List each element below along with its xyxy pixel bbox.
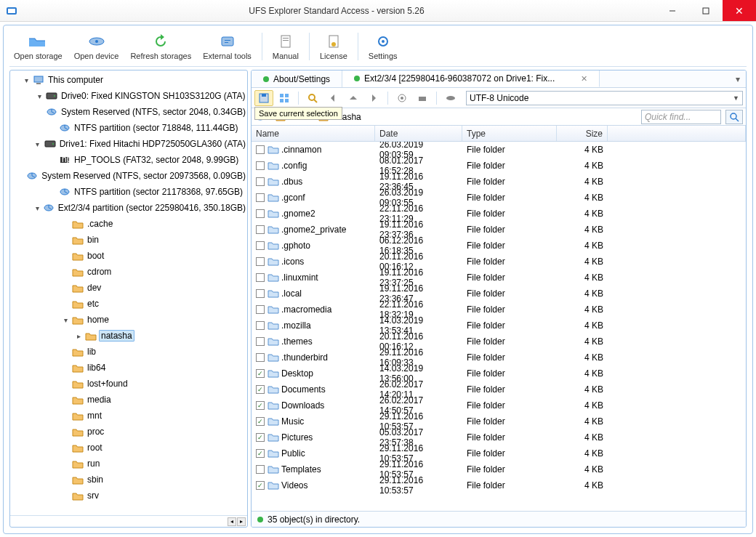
- refresh-storages-button[interactable]: Refresh storages: [126, 31, 196, 62]
- minimize-button[interactable]: [656, 0, 689, 21]
- settings-button[interactable]: Settings: [364, 31, 402, 62]
- row-checkbox[interactable]: [256, 305, 265, 314]
- tab-close-button[interactable]: ✕: [581, 74, 587, 84]
- row-checkbox[interactable]: [256, 369, 265, 378]
- tree-item[interactable]: System Reserved (NTFS, sector 2048, 0.34…: [10, 104, 247, 120]
- row-checkbox[interactable]: [256, 385, 265, 394]
- row-checkbox[interactable]: [256, 161, 265, 170]
- tabs-menu-button[interactable]: ▾: [730, 74, 746, 84]
- save-selection-button[interactable]: [254, 90, 273, 106]
- table-row[interactable]: Templates29.11.2016 10:53:57File folder4…: [252, 461, 746, 477]
- col-type[interactable]: Type: [462, 126, 557, 141]
- tree-item[interactable]: lost+found: [10, 376, 247, 392]
- table-row[interactable]: Public29.11.2016 10:53:57File folder4 KB: [252, 445, 746, 461]
- open-storage-button[interactable]: Open storage: [9, 31, 67, 62]
- tree-item[interactable]: ▾home: [10, 312, 247, 328]
- tree-item[interactable]: NTFS partition (sector 718848, 111.44GB): [10, 120, 247, 136]
- tool-button-1[interactable]: [393, 90, 411, 106]
- table-row[interactable]: .dbus19.11.2016 23:36:45File folder4 KB: [252, 174, 746, 190]
- tool-button-3[interactable]: [441, 90, 460, 106]
- row-checkbox[interactable]: [256, 289, 265, 298]
- table-row[interactable]: .themes20.11.2016 00:16:12File folder4 K…: [252, 334, 746, 350]
- tree-item[interactable]: root: [10, 440, 247, 456]
- grid-header[interactable]: Name Date Type Size: [252, 126, 746, 142]
- col-name[interactable]: Name: [252, 126, 375, 141]
- table-row[interactable]: Music29.11.2016 10:53:57File folder4 KB: [252, 413, 746, 429]
- table-row[interactable]: Downloads26.02.2017 14:50:57File folder4…: [252, 397, 746, 413]
- tree-hscroll[interactable]: ◂▸: [10, 515, 247, 527]
- tree-toggle[interactable]: ▾: [61, 316, 70, 324]
- row-checkbox[interactable]: [256, 321, 265, 330]
- row-checkbox[interactable]: [256, 177, 265, 186]
- external-tools-button[interactable]: External tools: [198, 31, 256, 62]
- tree-item[interactable]: cdrom: [10, 264, 247, 280]
- manual-button[interactable]: Manual: [268, 31, 303, 62]
- table-row[interactable]: .gnome222.11.2016 23:11:29File folder4 K…: [252, 206, 746, 222]
- tree-toggle[interactable]: ▾: [35, 204, 41, 212]
- tree-item[interactable]: ▾This computer: [10, 72, 247, 88]
- tree-toggle[interactable]: ▸: [74, 332, 83, 340]
- tree-item[interactable]: lib: [10, 344, 247, 360]
- tab-ext-partition[interactable]: Ext2/3/4 [225980416-960387072 on Drive1:…: [342, 70, 600, 87]
- nav-forward-button[interactable]: [364, 90, 383, 106]
- storage-tree[interactable]: ▾This computer▾Drive0: Fixed KINGSTON SH…: [10, 70, 247, 515]
- tree-item[interactable]: dev: [10, 280, 247, 296]
- tree-item[interactable]: ▾Drive1: Fixed Hitachi HDP725050GLA360 (…: [10, 136, 247, 152]
- tree-item[interactable]: boot: [10, 248, 247, 264]
- row-checkbox[interactable]: [256, 353, 265, 362]
- table-row[interactable]: .config08.01.2017 16:52:28File folder4 K…: [252, 158, 746, 174]
- quick-find-input[interactable]: Quick find...: [641, 110, 721, 124]
- table-row[interactable]: .macromedia22.11.2016 18:32:19File folde…: [252, 302, 746, 318]
- table-row[interactable]: .local19.11.2016 23:36:47File folder4 KB: [252, 286, 746, 302]
- tree-item[interactable]: mnt: [10, 408, 247, 424]
- row-checkbox[interactable]: [256, 401, 265, 410]
- tree-item[interactable]: etc: [10, 296, 247, 312]
- tree-item[interactable]: run: [10, 456, 247, 472]
- search-button[interactable]: [725, 110, 743, 124]
- row-checkbox[interactable]: [256, 209, 265, 218]
- row-checkbox[interactable]: [256, 449, 265, 458]
- toggle-view-button[interactable]: [275, 90, 294, 106]
- row-checkbox[interactable]: [256, 433, 265, 442]
- table-row[interactable]: .gconf26.03.2019 09:03:55File folder4 KB: [252, 190, 746, 206]
- tool-button-2[interactable]: [413, 90, 432, 106]
- tree-item[interactable]: .cache: [10, 216, 247, 232]
- table-row[interactable]: .gnome2_private19.11.2016 23:37:36File f…: [252, 222, 746, 238]
- table-row[interactable]: .icons20.11.2016 00:16:12File folder4 KB: [252, 254, 746, 270]
- col-date[interactable]: Date: [375, 126, 462, 141]
- table-row[interactable]: Pictures05.03.2017 23:57:38File folder4 …: [252, 429, 746, 445]
- table-row[interactable]: Documents26.02.2017 14:20:11File folder4…: [252, 381, 746, 397]
- row-checkbox[interactable]: [256, 273, 265, 282]
- table-row[interactable]: .linuxmint19.11.2016 23:37:25File folder…: [252, 270, 746, 286]
- license-button[interactable]: License: [315, 31, 352, 62]
- row-checkbox[interactable]: [256, 225, 265, 234]
- tree-item[interactable]: ▸natasha: [10, 328, 247, 344]
- row-checkbox[interactable]: [256, 417, 265, 426]
- row-checkbox[interactable]: [256, 481, 265, 490]
- tree-item[interactable]: srv: [10, 488, 247, 504]
- tree-toggle[interactable]: ▾: [35, 92, 44, 100]
- maximize-button[interactable]: [689, 0, 723, 21]
- open-device-button[interactable]: Open device: [70, 31, 124, 62]
- tree-item[interactable]: System Reserved (NTFS, sector 20973568, …: [10, 168, 247, 184]
- tree-item[interactable]: ▾Ext2/3/4 partition (sector 225980416, 3…: [10, 200, 247, 216]
- table-row[interactable]: .mozilla14.03.2019 13:53:41File folder4 …: [252, 318, 746, 334]
- find-button[interactable]: [303, 90, 322, 106]
- nav-up-button[interactable]: [344, 90, 363, 106]
- tree-toggle[interactable]: ▾: [33, 140, 41, 148]
- row-checkbox[interactable]: [256, 145, 265, 154]
- tree-toggle[interactable]: ▾: [22, 76, 31, 84]
- row-checkbox[interactable]: [256, 257, 265, 266]
- row-checkbox[interactable]: [256, 193, 265, 202]
- table-row[interactable]: .gphoto06.12.2016 16:18:35File folder4 K…: [252, 238, 746, 254]
- table-row[interactable]: .thunderbird29.11.2016 16:09:33File fold…: [252, 350, 746, 366]
- tree-item[interactable]: lib64: [10, 360, 247, 376]
- encoding-select[interactable]: UTF-8 Unicode ▼: [466, 91, 743, 105]
- tab-about-settings[interactable]: About/Settings: [252, 70, 342, 87]
- table-row[interactable]: Videos29.11.2016 10:53:57File folder4 KB: [252, 477, 746, 493]
- row-checkbox[interactable]: [256, 465, 265, 474]
- row-checkbox[interactable]: [256, 241, 265, 250]
- tree-item[interactable]: media: [10, 392, 247, 408]
- table-row[interactable]: Desktop14.03.2019 13:56:00File folder4 K…: [252, 366, 746, 381]
- close-button[interactable]: ✕: [723, 0, 756, 21]
